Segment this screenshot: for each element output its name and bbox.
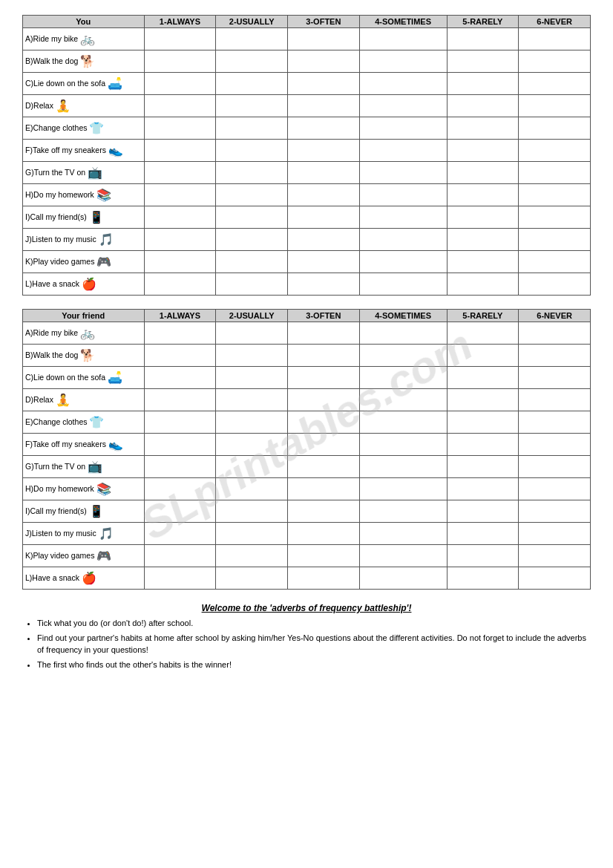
data-cell[interactable] <box>359 478 447 500</box>
data-cell[interactable] <box>216 28 288 50</box>
data-cell[interactable] <box>216 50 288 73</box>
data-cell[interactable] <box>447 345 519 367</box>
data-cell[interactable] <box>216 500 288 523</box>
data-cell[interactable] <box>288 206 360 229</box>
data-cell[interactable] <box>288 229 360 251</box>
data-cell[interactable] <box>144 545 216 567</box>
data-cell[interactable] <box>144 50 216 73</box>
data-cell[interactable] <box>216 140 288 162</box>
data-cell[interactable] <box>216 545 288 567</box>
data-cell[interactable] <box>144 389 216 411</box>
data-cell[interactable] <box>288 95 360 117</box>
data-cell[interactable] <box>447 456 519 478</box>
data-cell[interactable] <box>447 273 519 296</box>
data-cell[interactable] <box>359 251 447 273</box>
data-cell[interactable] <box>216 162 288 184</box>
data-cell[interactable] <box>519 567 591 590</box>
data-cell[interactable] <box>288 545 360 567</box>
data-cell[interactable] <box>519 456 591 478</box>
data-cell[interactable] <box>288 456 360 478</box>
data-cell[interactable] <box>216 95 288 117</box>
data-cell[interactable] <box>288 28 360 50</box>
data-cell[interactable] <box>447 500 519 523</box>
data-cell[interactable] <box>519 523 591 545</box>
data-cell[interactable] <box>288 322 360 345</box>
data-cell[interactable] <box>216 251 288 273</box>
data-cell[interactable] <box>288 162 360 184</box>
data-cell[interactable] <box>447 434 519 456</box>
data-cell[interactable] <box>519 273 591 296</box>
data-cell[interactable] <box>288 140 360 162</box>
data-cell[interactable] <box>519 545 591 567</box>
data-cell[interactable] <box>447 545 519 567</box>
data-cell[interactable] <box>144 162 216 184</box>
data-cell[interactable] <box>144 411 216 434</box>
data-cell[interactable] <box>447 140 519 162</box>
data-cell[interactable] <box>359 345 447 367</box>
data-cell[interactable] <box>288 73 360 95</box>
data-cell[interactable] <box>447 229 519 251</box>
data-cell[interactable] <box>359 273 447 296</box>
data-cell[interactable] <box>216 434 288 456</box>
data-cell[interactable] <box>359 456 447 478</box>
data-cell[interactable] <box>144 478 216 500</box>
data-cell[interactable] <box>144 500 216 523</box>
data-cell[interactable] <box>288 251 360 273</box>
data-cell[interactable] <box>359 50 447 73</box>
data-cell[interactable] <box>447 411 519 434</box>
data-cell[interactable] <box>144 95 216 117</box>
data-cell[interactable] <box>288 273 360 296</box>
data-cell[interactable] <box>359 117 447 140</box>
data-cell[interactable] <box>359 206 447 229</box>
data-cell[interactable] <box>216 229 288 251</box>
data-cell[interactable] <box>216 389 288 411</box>
data-cell[interactable] <box>519 367 591 389</box>
data-cell[interactable] <box>447 162 519 184</box>
data-cell[interactable] <box>288 389 360 411</box>
data-cell[interactable] <box>144 367 216 389</box>
data-cell[interactable] <box>359 500 447 523</box>
data-cell[interactable] <box>447 389 519 411</box>
data-cell[interactable] <box>519 206 591 229</box>
data-cell[interactable] <box>288 478 360 500</box>
data-cell[interactable] <box>216 478 288 500</box>
data-cell[interactable] <box>519 50 591 73</box>
data-cell[interactable] <box>216 184 288 206</box>
data-cell[interactable] <box>144 184 216 206</box>
data-cell[interactable] <box>447 478 519 500</box>
data-cell[interactable] <box>359 523 447 545</box>
data-cell[interactable] <box>359 184 447 206</box>
data-cell[interactable] <box>144 251 216 273</box>
data-cell[interactable] <box>519 229 591 251</box>
data-cell[interactable] <box>519 478 591 500</box>
data-cell[interactable] <box>216 411 288 434</box>
data-cell[interactable] <box>519 251 591 273</box>
data-cell[interactable] <box>447 367 519 389</box>
data-cell[interactable] <box>216 322 288 345</box>
data-cell[interactable] <box>288 117 360 140</box>
data-cell[interactable] <box>144 28 216 50</box>
data-cell[interactable] <box>144 456 216 478</box>
data-cell[interactable] <box>288 345 360 367</box>
data-cell[interactable] <box>519 322 591 345</box>
data-cell[interactable] <box>216 456 288 478</box>
data-cell[interactable] <box>288 500 360 523</box>
data-cell[interactable] <box>519 184 591 206</box>
data-cell[interactable] <box>519 73 591 95</box>
data-cell[interactable] <box>359 389 447 411</box>
data-cell[interactable] <box>216 367 288 389</box>
data-cell[interactable] <box>216 523 288 545</box>
data-cell[interactable] <box>519 500 591 523</box>
data-cell[interactable] <box>519 389 591 411</box>
data-cell[interactable] <box>359 73 447 95</box>
data-cell[interactable] <box>359 162 447 184</box>
data-cell[interactable] <box>359 229 447 251</box>
data-cell[interactable] <box>144 523 216 545</box>
data-cell[interactable] <box>519 95 591 117</box>
data-cell[interactable] <box>447 251 519 273</box>
data-cell[interactable] <box>359 411 447 434</box>
data-cell[interactable] <box>144 322 216 345</box>
data-cell[interactable] <box>288 367 360 389</box>
data-cell[interactable] <box>359 367 447 389</box>
data-cell[interactable] <box>144 229 216 251</box>
